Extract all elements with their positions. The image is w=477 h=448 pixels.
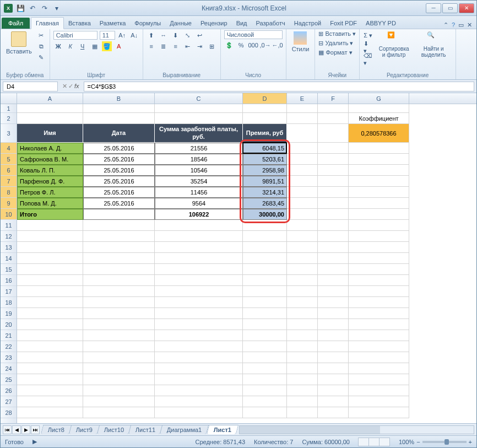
align-middle-icon[interactable]: ↔ [159,30,169,40]
sheet-tab-Лист10[interactable]: Лист10 [97,425,132,434]
delete-cells-btn[interactable]: ⊟ Удалить ▾ [318,40,353,47]
cell-B6[interactable]: 25.05.2016 [83,165,155,176]
row-header-16[interactable]: 16 [1,275,17,286]
grow-font-icon[interactable]: A↑ [117,30,127,40]
zoom-level[interactable]: 100% [399,439,414,445]
close-button[interactable]: ✕ [459,3,474,13]
tab-layout[interactable]: Разметка [95,18,131,29]
cell-A10[interactable]: Итого [17,209,83,220]
sheet-tab-Лист9[interactable]: Лист9 [69,425,100,434]
row-header-13[interactable]: 13 [1,242,17,253]
redo-icon[interactable]: ↷ [39,3,50,14]
percent-icon[interactable]: % [236,40,246,50]
cell-B5[interactable]: 25.05.2016 [83,154,155,165]
cell-B4[interactable]: 25.05.2016 [83,143,155,154]
zoom-in-icon[interactable]: + [469,439,472,445]
minimize-button[interactable]: ─ [426,3,441,13]
cell-A7[interactable]: Парфенов Д. Ф. [17,176,83,187]
italic-icon[interactable]: К [66,41,75,51]
col-header-e[interactable]: E [287,93,318,104]
minimize-ribbon-icon[interactable]: ⌃ [443,21,448,29]
cell-C8[interactable]: 11456 [155,187,243,198]
cell-A3[interactable]: Имя [17,124,83,143]
sheet-tab-Диаграмма1[interactable]: Диаграмма1 [160,425,209,434]
zoom-out-icon[interactable]: − [416,439,420,445]
cell-C3[interactable]: Сумма заработной платы, руб. [155,124,243,143]
row-header-17[interactable]: 17 [1,286,17,297]
row-header-20[interactable]: 20 [1,319,17,330]
tab-review[interactable]: Рецензир [196,18,232,29]
row-header-23[interactable]: 23 [1,352,17,363]
tab-formulas[interactable]: Формулы [130,18,165,29]
col-header-d[interactable]: D [243,93,287,104]
col-header-a[interactable]: A [17,93,83,104]
cell-C10[interactable]: 106922 [155,209,243,220]
cell-D10[interactable]: 30000,00 [243,209,287,220]
fill-icon[interactable]: ⬇ ▾ [363,42,373,52]
row-header-2[interactable]: 2 [1,113,17,124]
format-cells-btn[interactable]: ▦ Формат ▾ [318,49,352,56]
cell-D6[interactable]: 2958,98 [243,165,287,176]
sheet-nav-prev[interactable]: ◀ [12,425,21,434]
font-size-select[interactable]: 11 [100,31,115,40]
maximize-button[interactable]: ▭ [442,3,458,13]
sheet-tab-Лист11[interactable]: Лист11 [128,425,163,434]
row-header-24[interactable]: 24 [1,363,17,374]
sort-filter-button[interactable]: 🔽 Сортировка и фильтр [375,30,413,59]
row-header-28[interactable]: 28 [1,407,17,418]
cell-C5[interactable]: 18546 [155,154,243,165]
row-header-18[interactable]: 18 [1,297,17,308]
shrink-font-icon[interactable]: A↓ [129,30,139,40]
view-break-icon[interactable] [379,438,390,446]
tab-home[interactable]: Главная [31,17,64,29]
save-icon[interactable]: 💾 [15,3,26,14]
accept-formula-icon[interactable]: ✓ [68,83,73,90]
sheet-nav-next[interactable]: ▶ [21,425,30,434]
tab-data[interactable]: Данные [165,18,196,29]
font-color-icon[interactable]: A [114,41,124,51]
cancel-formula-icon[interactable]: ✕ [62,83,67,90]
styles-button[interactable]: Стили [290,30,312,53]
formula-input[interactable]: =C4*$G$3 [84,82,474,91]
cell-B8[interactable]: 25.05.2016 [83,187,155,198]
cell-B9[interactable]: 25.05.2016 [83,198,155,209]
cell-D5[interactable]: 5203,61 [243,154,287,165]
row-header-5[interactable]: 5 [1,154,17,165]
align-center-icon[interactable]: ≣ [159,41,169,51]
cell-B3[interactable]: Дата [83,124,155,143]
row-header-25[interactable]: 25 [1,374,17,385]
tab-foxit[interactable]: Foxit PDF [326,18,361,29]
row-header-22[interactable]: 22 [1,341,17,352]
undo-icon[interactable]: ↶ [27,3,38,14]
increase-decimal-icon[interactable]: ,0→ [261,40,270,50]
underline-icon[interactable]: Ч [78,41,88,51]
cell-A6[interactable]: Коваль Л. П. [17,165,83,176]
row-header-26[interactable]: 26 [1,385,17,396]
row-header-21[interactable]: 21 [1,330,17,341]
col-header-g[interactable]: G [349,93,409,104]
cell-D7[interactable]: 9891,51 [243,176,287,187]
col-header-c[interactable]: C [155,93,243,104]
name-box[interactable]: D4 [3,82,58,91]
align-bottom-icon[interactable]: ⬇ [171,30,181,40]
find-select-button[interactable]: 🔍 Найти и выделить [415,30,452,59]
tab-insert[interactable]: Вставка [64,18,95,29]
font-name-select[interactable]: Calibri [53,31,97,40]
row-header-10[interactable]: 10 [1,209,17,220]
fill-color-icon[interactable]: 🪣 [102,41,112,51]
zoom-slider[interactable] [422,441,467,443]
orientation-icon[interactable]: ⤡ [183,30,193,40]
row-header-14[interactable]: 14 [1,253,17,264]
view-normal-icon[interactable] [358,438,369,446]
cell-B10[interactable] [83,209,155,220]
cell-D8[interactable]: 3214,31 [243,187,287,198]
cell-C9[interactable]: 9564 [155,198,243,209]
cell-G3[interactable]: 0,280578366 [349,124,409,143]
cell-A4[interactable]: Николаев А. Д. [17,143,83,154]
cell-C4[interactable]: 21556 [155,143,243,154]
cell-A5[interactable]: Сафронова В. М. [17,154,83,165]
row-header-19[interactable]: 19 [1,308,17,319]
currency-icon[interactable]: 💲 [224,40,234,50]
row-header-1[interactable]: 1 [1,104,17,113]
help-icon[interactable]: ? [452,21,455,29]
